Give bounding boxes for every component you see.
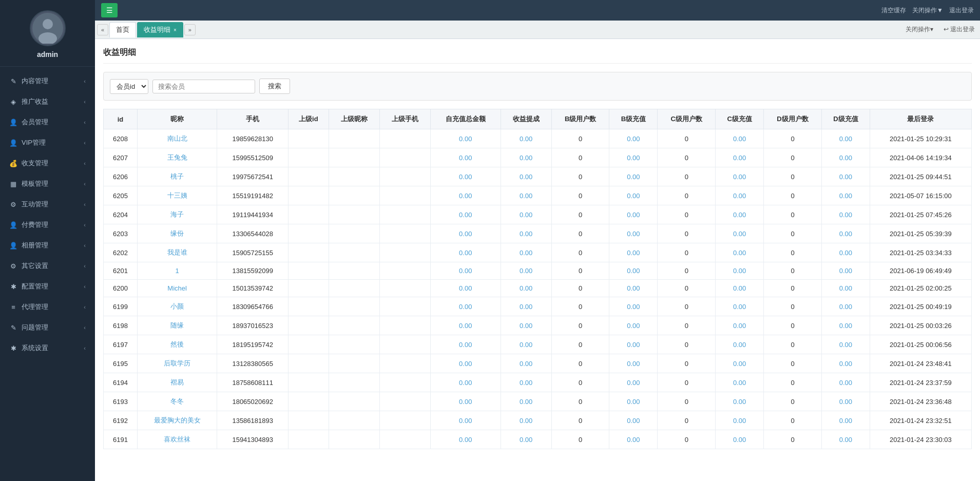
table-cell: 0 [551, 186, 609, 205]
table-cell: 0.00 [716, 167, 764, 186]
table-cell: 0.00 [716, 297, 764, 316]
table-cell[interactable]: 最爱胸大的美女 [138, 411, 217, 430]
tab-logout-button[interactable]: ↩ 退出登录 [940, 24, 978, 35]
table-cell[interactable]: 南山北 [138, 129, 217, 148]
table-cell[interactable]: 桃子 [138, 167, 217, 186]
table-cell: 0 [764, 205, 822, 224]
table-cell[interactable]: 褶易 [138, 373, 217, 392]
table-cell: 0 [764, 373, 822, 392]
tab-close-ops-button[interactable]: 关闭操作▾ [902, 24, 936, 35]
chevron-icon-4: ‹ [84, 140, 86, 146]
table-cell [289, 392, 329, 411]
table-cell: 2021-01-25 09:44:51 [870, 167, 971, 186]
table-header-row: id 昵称 手机 上级id 上级昵称 上级手机 自充值总金额 收益提成 B级用户… [104, 109, 972, 129]
table-cell: 0 [658, 280, 716, 297]
table-cell [379, 224, 430, 243]
page-content: 收益明细 会员id 昵称 手机 搜索 id 昵称 手机 上级id 上级昵称 上级… [95, 39, 980, 481]
chevron-icon-8: ‹ [84, 222, 86, 228]
search-input[interactable] [152, 80, 255, 93]
table-cell[interactable]: 冬冬 [138, 392, 217, 411]
table-cell: 0 [551, 373, 609, 392]
table-cell: 0.00 [821, 373, 870, 392]
sidebar-item-vip[interactable]: 👤 VIP管理 ‹ [0, 132, 95, 153]
table-cell[interactable]: 喜欢丝袜 [138, 430, 217, 449]
tab-revenue-detail[interactable]: 收益明细 × [137, 22, 183, 37]
sidebar-item-album[interactable]: 👤 相册管理 ‹ [0, 235, 95, 256]
table-cell: 0 [764, 335, 822, 354]
table-cell[interactable]: 后取学历 [138, 354, 217, 373]
sidebar-item-agent[interactable]: ≡ 代理管理 ‹ [0, 297, 95, 317]
table-cell[interactable]: 随缘 [138, 316, 217, 335]
sidebar-item-template[interactable]: ▦ 模板管理 ‹ [0, 174, 95, 194]
table-cell: 0.00 [430, 129, 501, 148]
table-cell[interactable]: 海子 [138, 205, 217, 224]
table-cell[interactable]: 然後 [138, 335, 217, 354]
table-cell: 0 [551, 297, 609, 316]
table-cell[interactable]: 1 [138, 262, 217, 280]
user-profile: admin [0, 0, 95, 67]
table-row: 6204海子191194419340.000.0000.0000.0000.00… [104, 205, 972, 224]
table-cell: 0 [658, 205, 716, 224]
table-cell [329, 148, 379, 167]
table-cell [379, 430, 430, 449]
sidebar-item-config[interactable]: ✱ 配置管理 ‹ [0, 276, 95, 297]
sidebar-item-promo[interactable]: ◈ 推广收益 ‹ [0, 91, 95, 112]
member-icon: 👤 [9, 119, 17, 126]
table-cell: 0.00 [716, 129, 764, 148]
table-cell: 0.00 [716, 148, 764, 167]
agent-icon: ≡ [9, 303, 17, 311]
sidebar-item-content[interactable]: ✎ 内容管理 ‹ [0, 71, 95, 91]
search-type-select[interactable]: 会员id 昵称 手机 [110, 79, 148, 94]
table-cell: 0 [551, 316, 609, 335]
table-cell[interactable]: 我是谁 [138, 243, 217, 262]
table-cell: 0 [658, 148, 716, 167]
chevron-icon-3: ‹ [84, 119, 86, 125]
close-ops-button[interactable]: 关闭操作▼ [912, 6, 943, 15]
table-cell: 2021-01-25 00:49:19 [870, 297, 971, 316]
sidebar-item-interact[interactable]: ⚙ 互动管理 ‹ [0, 194, 95, 215]
table-cell [329, 186, 379, 205]
sidebar-item-other[interactable]: ⚙ 其它设置 ‹ [0, 256, 95, 276]
sidebar-item-system[interactable]: ✱ 系统设置 ‹ [0, 338, 95, 358]
table-cell [329, 243, 379, 262]
search-button[interactable]: 搜索 [259, 79, 290, 94]
table-cell[interactable]: 缘份 [138, 224, 217, 243]
table-cell [329, 373, 379, 392]
table-cell [379, 205, 430, 224]
table-cell[interactable]: 小颜 [138, 297, 217, 316]
table-cell: 0.00 [821, 243, 870, 262]
table-cell: 0 [764, 262, 822, 280]
table-cell: 0.00 [501, 392, 551, 411]
tab-next-button[interactable]: » [184, 24, 196, 35]
menu-toggle-button[interactable]: ☰ [101, 3, 118, 17]
sidebar-item-pay[interactable]: 👤 付费管理 ‹ [0, 215, 95, 235]
tab-close-button[interactable]: × [174, 27, 177, 33]
table-cell[interactable]: Michel [138, 280, 217, 297]
table-cell: 0.00 [501, 430, 551, 449]
sidebar-item-member[interactable]: 👤 会员管理 ‹ [0, 112, 95, 132]
sidebar-item-finance[interactable]: 💰 收支管理 ‹ [0, 153, 95, 174]
table-cell: 0.00 [430, 297, 501, 316]
table-cell: 2021-01-25 00:03:26 [870, 316, 971, 335]
table-cell[interactable]: 十三姨 [138, 186, 217, 205]
clear-cache-button[interactable]: 清空缓存 [881, 6, 906, 15]
table-cell: 0.00 [609, 411, 658, 430]
promo-icon: ◈ [9, 98, 17, 106]
table-cell: 0.00 [501, 354, 551, 373]
table-row: 62011138155920990.000.0000.0000.0000.002… [104, 262, 972, 280]
table-cell: 2021-06-19 06:49:49 [870, 262, 971, 280]
tab-home[interactable]: 首页 [109, 22, 136, 37]
logout-button[interactable]: 退出登录 [949, 6, 974, 15]
table-row: 6194褶易187586081110.000.0000.0000.0000.00… [104, 373, 972, 392]
config-icon: ✱ [9, 283, 17, 291]
tab-prev-button[interactable]: « [97, 24, 108, 35]
table-cell: 0.00 [430, 262, 501, 280]
username-label: admin [37, 50, 58, 59]
table-cell [329, 224, 379, 243]
table-cell: 0.00 [821, 411, 870, 430]
table-cell[interactable]: 王兔兔 [138, 148, 217, 167]
table-cell: 0.00 [430, 411, 501, 430]
table-cell: 0.00 [430, 280, 501, 297]
table-cell: 0 [658, 354, 716, 373]
sidebar-item-question[interactable]: ✎ 问题管理 ‹ [0, 317, 95, 338]
